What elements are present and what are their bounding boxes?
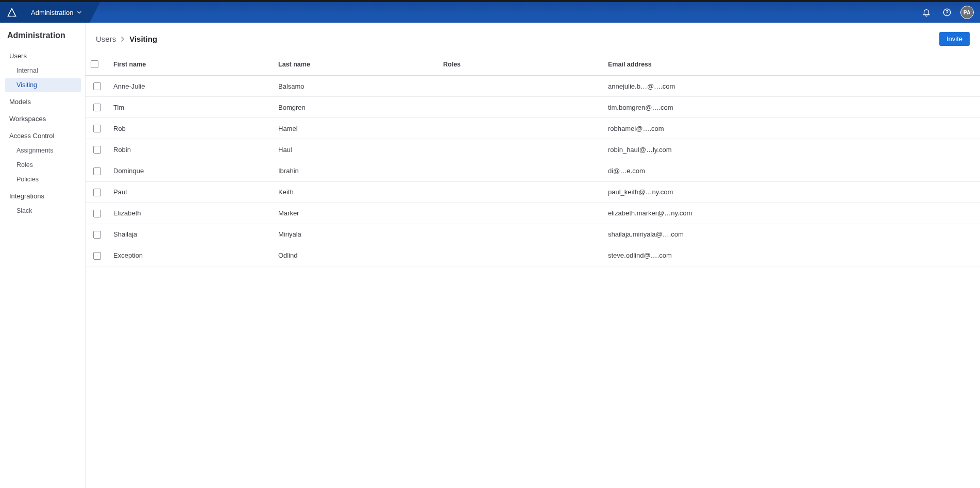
row-checkbox[interactable] (93, 125, 101, 132)
table-row[interactable]: ExceptionOdlindsteve.odlind@….com (86, 245, 980, 266)
cell-email: steve.odlind@….com (603, 245, 980, 266)
sidebar-item-slack[interactable]: Slack (5, 204, 81, 218)
cell-email: shailaja.miriyala@….com (603, 224, 980, 245)
cell-roles (438, 203, 603, 224)
help-button[interactable] (940, 5, 954, 20)
cell-last-name: Haul (273, 139, 438, 160)
cell-email: tim.bomgren@….com (603, 97, 980, 118)
row-checkbox-cell (86, 97, 108, 118)
chevron-down-icon (77, 10, 81, 14)
logo-icon (7, 7, 17, 18)
sidebar-item-assignments[interactable]: Assignments (5, 143, 81, 158)
cell-email: annejulie.b…@….com (603, 76, 980, 97)
notifications-button[interactable] (919, 5, 934, 20)
sidebar-item-internal[interactable]: Internal (5, 63, 81, 78)
app-logo[interactable] (0, 2, 24, 23)
cell-email: robin_haul@…ly.com (603, 139, 980, 160)
cell-first-name: Paul (108, 181, 273, 203)
svg-rect-0 (11, 13, 13, 16)
cell-last-name: Hamel (273, 118, 438, 139)
row-checkbox-cell (86, 245, 108, 266)
column-email[interactable]: Email address (603, 53, 980, 76)
main-content: Users Visiting Invite First name Last na (86, 23, 980, 488)
table-row[interactable]: RobinHaulrobin_haul@…ly.com (86, 139, 980, 160)
sidebar-item-roles[interactable]: Roles (5, 158, 81, 172)
sidebar-item-policies[interactable]: Policies (5, 172, 81, 187)
sidebar-item-visiting[interactable]: Visiting (5, 78, 81, 92)
cell-last-name: Ibrahin (273, 160, 438, 181)
sidebar-nav: UsersInternalVisitingModelsWorkspacesAcc… (5, 48, 81, 218)
module-label: Administration (31, 9, 73, 16)
cell-first-name: Exception (108, 245, 273, 266)
cell-first-name: Tim (108, 97, 273, 118)
table-row[interactable]: DominqueIbrahindi@…e.com (86, 160, 980, 181)
row-checkbox-cell (86, 76, 108, 97)
row-checkbox-cell (86, 139, 108, 160)
cell-last-name: Miriyala (273, 224, 438, 245)
row-checkbox[interactable] (93, 82, 101, 90)
column-checkbox (86, 53, 108, 76)
table-row[interactable]: PaulKeithpaul_keith@…ny.com (86, 181, 980, 203)
breadcrumb-parent[interactable]: Users (96, 35, 116, 43)
table-body: Anne-JulieBalsamoannejulie.b…@….comTimBo… (86, 76, 980, 266)
help-icon (942, 8, 952, 17)
cell-last-name: Bomgren (273, 97, 438, 118)
row-checkbox[interactable] (93, 146, 101, 154)
bell-icon (922, 8, 931, 17)
cell-email: di@…e.com (603, 160, 980, 181)
sidebar-title: Administration (5, 31, 81, 46)
avatar-initials: PA (964, 10, 971, 15)
table-row[interactable]: ShailajaMiriyalashailaja.miriyala@….com (86, 224, 980, 245)
cell-last-name: Marker (273, 203, 438, 224)
cell-roles (438, 181, 603, 203)
page-header: Users Visiting Invite (86, 23, 980, 53)
cell-first-name: Anne-Julie (108, 76, 273, 97)
row-checkbox[interactable] (93, 231, 101, 239)
cell-first-name: Rob (108, 118, 273, 139)
row-checkbox-cell (86, 203, 108, 224)
sidebar-item-access-control[interactable]: Access Control (5, 128, 81, 143)
svg-point-2 (947, 14, 947, 14)
cell-roles (438, 139, 603, 160)
cell-first-name: Shailaja (108, 224, 273, 245)
select-all-checkbox[interactable] (91, 60, 98, 68)
sidebar-item-models[interactable]: Models (5, 94, 81, 109)
row-checkbox[interactable] (93, 210, 101, 217)
cell-roles (438, 245, 603, 266)
cell-roles (438, 97, 603, 118)
cell-last-name: Balsamo (273, 76, 438, 97)
cell-email: paul_keith@…ny.com (603, 181, 980, 203)
column-first-name[interactable]: First name (108, 53, 273, 76)
cell-first-name: Dominque (108, 160, 273, 181)
table-row[interactable]: TimBomgrentim.bomgren@….com (86, 97, 980, 118)
sidebar-item-integrations[interactable]: Integrations (5, 189, 81, 204)
users-table: First name Last name Roles Email address… (86, 53, 980, 266)
user-avatar[interactable]: PA (960, 6, 974, 19)
sidebar-item-workspaces[interactable]: Workspaces (5, 111, 81, 126)
table-row[interactable]: Anne-JulieBalsamoannejulie.b…@….com (86, 76, 980, 97)
table-row[interactable]: RobHamelrobhamel@….com (86, 118, 980, 139)
cell-roles (438, 224, 603, 245)
cell-last-name: Keith (273, 181, 438, 203)
column-roles[interactable]: Roles (438, 53, 603, 76)
module-switcher[interactable]: Administration (24, 2, 90, 23)
chevron-right-icon (120, 37, 125, 42)
table-row[interactable]: ElizabethMarkerelizabeth.marker@…ny.com (86, 203, 980, 224)
app-header: Administration PA (0, 2, 980, 23)
cell-last-name: Odlind (273, 245, 438, 266)
row-checkbox[interactable] (93, 167, 101, 175)
cell-roles (438, 160, 603, 181)
sidebar-item-users[interactable]: Users (5, 48, 81, 63)
breadcrumb: Users Visiting (96, 35, 157, 43)
column-last-name[interactable]: Last name (273, 53, 438, 76)
invite-button[interactable]: Invite (939, 32, 970, 46)
row-checkbox-cell (86, 181, 108, 203)
row-checkbox-cell (86, 224, 108, 245)
row-checkbox[interactable] (93, 252, 101, 260)
cell-roles (438, 118, 603, 139)
row-checkbox[interactable] (93, 104, 101, 111)
row-checkbox-cell (86, 118, 108, 139)
row-checkbox[interactable] (93, 189, 101, 196)
row-checkbox-cell (86, 160, 108, 181)
cell-email: robhamel@….com (603, 118, 980, 139)
